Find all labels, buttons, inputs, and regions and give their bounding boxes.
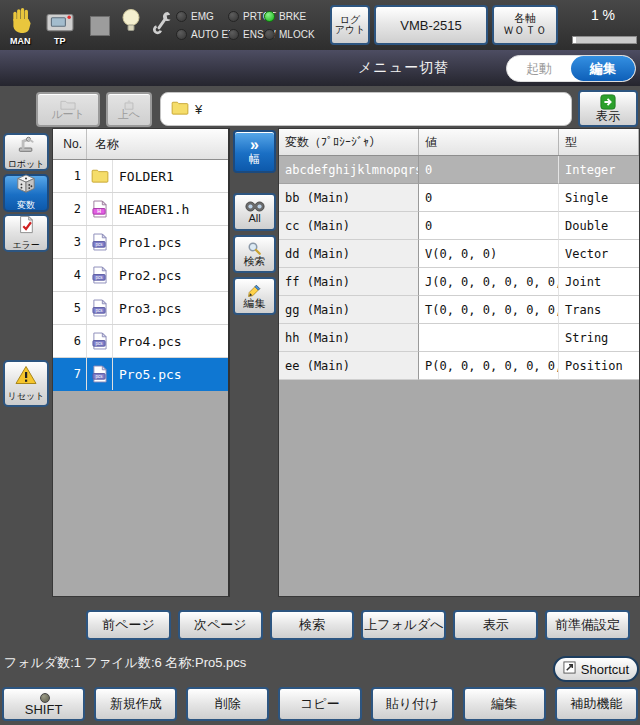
binoculars-icon: [245, 200, 265, 213]
axis-mode-button[interactable]: 各軸 ＷＯＴＯ: [492, 5, 558, 45]
error-doc-icon: [17, 215, 35, 238]
bulb-icon[interactable]: [122, 8, 140, 38]
variable-row-7[interactable]: ee (Main) P(0, 0, 0, 0, 0, 0, -1 Positio…: [279, 352, 639, 380]
folder-icon: [87, 160, 113, 192]
chevrons-icon: »: [250, 137, 259, 154]
shortcut-button[interactable]: Shortcut: [553, 656, 639, 682]
svg-text:pcs: pcs: [96, 242, 104, 247]
menu-toggle: 起動 編集: [506, 55, 636, 82]
logout-button[interactable]: ログ アウト: [330, 5, 370, 45]
sidebar-item-variables[interactable]: 変数: [3, 174, 49, 212]
show-button[interactable]: 表示: [578, 90, 638, 127]
search-button[interactable]: 検索: [270, 610, 355, 640]
top-bar: MAN TP EMG AUTO EN PRTCT ENS W BRKE MLOC…: [0, 0, 640, 50]
root-folder-icon: [60, 99, 76, 109]
file-list-header: No. 名称: [53, 129, 228, 160]
paste-button[interactable]: 貼り付け: [371, 687, 454, 721]
hand-icon: [8, 6, 36, 38]
column-header-variable: 変数（ﾌﾟﾛｼｰｼﾞｬ）: [279, 129, 419, 155]
status-bar: フォルダ数:1 ファイル数:6 名称:Pro5.pcs: [0, 644, 640, 684]
header-file-icon: H: [87, 193, 113, 225]
status-text: フォルダ数:1 ファイル数:6 名称:Pro5.pcs: [4, 654, 246, 672]
shortcut-icon: [563, 661, 576, 677]
dice-icon: [16, 174, 36, 198]
file-row-header1[interactable]: 2 H HEADER1.h: [53, 193, 228, 226]
file-row-pro3[interactable]: 5 pcs Pro3.pcs: [53, 292, 228, 325]
warning-icon: [15, 365, 37, 389]
file-row-pro4[interactable]: 6 pcs Pro4.pcs: [53, 325, 228, 358]
pencil-icon: [247, 283, 262, 298]
file-row-pro1[interactable]: 3 pcs Pro1.pcs: [53, 226, 228, 259]
variable-row-6[interactable]: hh (Main) String: [279, 324, 639, 352]
sidebar-item-robot[interactable]: ロボット: [3, 133, 49, 171]
svg-text:H: H: [97, 208, 101, 214]
tab-start[interactable]: 起動: [507, 56, 571, 81]
tp-label: TP: [54, 36, 66, 46]
led-column-1: EMG AUTO EN: [176, 10, 235, 41]
svg-text:pcs: pcs: [96, 374, 104, 379]
pcs-file-icon: pcs: [87, 325, 113, 357]
variable-row-5[interactable]: gg (Main) T(0, 0, 0, 0, 0, 0, 0, Trans: [279, 296, 639, 324]
column-header-type: 型: [559, 129, 639, 155]
delete-button[interactable]: 削除: [186, 687, 269, 721]
speed-bar: [572, 36, 637, 44]
shift-indicator-dot: [40, 693, 50, 703]
robot-model-button[interactable]: VMB-2515: [374, 5, 488, 45]
file-row-folder1[interactable]: 1 FOLDER1: [53, 160, 228, 193]
pcs-file-icon: pcs: [87, 292, 113, 324]
file-browser-panel: No. 名称 1 FOLDER1 2 H HEADER1.h 3 pcs Pro…: [52, 128, 230, 597]
column-header-value: 値: [419, 129, 559, 155]
column-header-no: No.: [53, 129, 87, 159]
prtct-led: [228, 11, 239, 22]
folder-icon: [171, 101, 189, 118]
file-row-pro2[interactable]: 4 pcs Pro2.pcs: [53, 259, 228, 292]
preparation-settings-button[interactable]: 前準備設定: [545, 610, 630, 640]
path-field[interactable]: ¥: [160, 92, 572, 126]
width-button[interactable]: » 幅: [233, 130, 276, 173]
column-header-name: 名称: [87, 136, 228, 153]
wrench-icon[interactable]: [153, 8, 173, 40]
up-button[interactable]: 上へ: [106, 92, 152, 127]
file-row-pro5[interactable]: 7 pcs Pro5.pcs: [53, 358, 228, 391]
variable-row-4[interactable]: ff (Main) J(0, 0, 0, 0, 0, 0, 0, Joint: [279, 268, 639, 296]
up-folder-button[interactable]: 上フォルダへ: [361, 610, 446, 640]
root-button[interactable]: ルート: [36, 92, 100, 127]
auto-en-led: [176, 29, 187, 40]
led-column-3: BRKE MLOCK: [264, 10, 315, 41]
shift-button[interactable]: SHIFT: [2, 687, 85, 721]
edit-button-side[interactable]: 編集: [233, 277, 276, 315]
bottom-button-row: SHIFT 新規作成 削除 コピー 貼り付け 編集 補助機能: [2, 687, 638, 721]
all-button[interactable]: All: [233, 193, 276, 231]
pcs-file-icon: pcs: [87, 358, 113, 390]
variable-row-1[interactable]: bb (Main) 0 Single: [279, 184, 639, 212]
next-page-button[interactable]: 次ページ: [178, 610, 263, 640]
prev-page-button[interactable]: 前ページ: [86, 610, 171, 640]
page-button-row: 前ページ 次ページ 検索 上フォルダへ 表示 前準備設定: [86, 610, 630, 640]
display-button[interactable]: 表示: [453, 610, 538, 640]
stop-icon[interactable]: [90, 16, 110, 36]
speed-bar-fill: [573, 37, 576, 43]
man-label: MAN: [10, 36, 31, 46]
tab-edit[interactable]: 編集: [571, 56, 635, 81]
search-button-side[interactable]: 検索: [233, 235, 276, 273]
variable-table-header: 変数（ﾌﾟﾛｼｰｼﾞｬ） 値 型: [279, 129, 639, 156]
pcs-file-icon: pcs: [87, 259, 113, 291]
variable-row-2[interactable]: cc (Main) 0 Double: [279, 212, 639, 240]
svg-text:pcs: pcs: [96, 275, 104, 280]
edit-button[interactable]: 編集: [463, 687, 546, 721]
new-file-button[interactable]: 新規作成: [94, 687, 177, 721]
tp-icon: [46, 11, 74, 37]
robot-icon: [16, 133, 36, 157]
up-folder-icon: [122, 99, 136, 109]
path-text: ¥: [195, 102, 202, 117]
copy-button[interactable]: コピー: [278, 687, 361, 721]
auxiliary-functions-button[interactable]: 補助機能: [555, 687, 638, 721]
variable-row-3[interactable]: dd (Main) V(0, 0, 0) Vector: [279, 240, 639, 268]
reset-button[interactable]: リセット: [3, 360, 49, 407]
variable-row-0[interactable]: abcdefghijklmnopqrstuv 0 Integer: [279, 156, 639, 184]
variable-table-panel: 変数（ﾌﾟﾛｼｰｼﾞｬ） 値 型 abcdefghijklmnopqrstuv …: [278, 128, 640, 597]
mlock-led: [264, 29, 275, 40]
sidebar-item-error[interactable]: エラー: [3, 214, 49, 252]
brke-led: [264, 11, 275, 22]
ens-w-led: [228, 29, 239, 40]
